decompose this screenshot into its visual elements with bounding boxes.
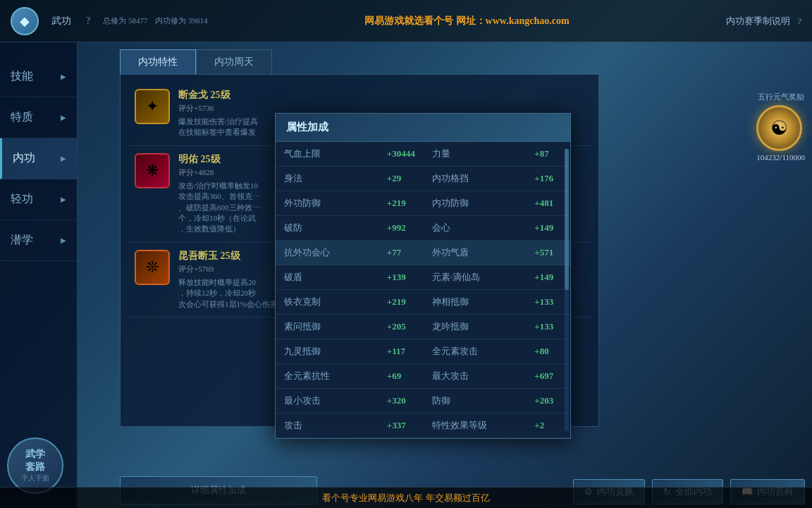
cell-label2: 内功防御 xyxy=(424,191,527,216)
cell-label: 铁衣克制 xyxy=(276,290,379,315)
table-row: 破防 +992 会心 +149 xyxy=(276,216,570,241)
cell-value2: +87 xyxy=(526,142,570,167)
cell-label: 身法 xyxy=(276,167,379,191)
table-row-last: 攻击 +337 特性效果等级 +2 xyxy=(276,413,570,438)
cell-label2: 神相抵御 xyxy=(424,290,527,315)
sidebar-item-jineng[interactable]: 技能 ▶ xyxy=(0,56,77,97)
promo-text: 网易游戏就选看个号 网址：www.kangchao.com xyxy=(207,15,726,28)
cell-value2: +133 xyxy=(526,315,570,339)
sidebar-item-neigong[interactable]: 内功 ▶ xyxy=(0,138,77,179)
cell-value2: +481 xyxy=(526,191,570,216)
sidebar-item-qianxue[interactable]: 潜学 ▶ xyxy=(0,220,77,261)
inner-stat: 内功修为 39814 xyxy=(155,16,207,25)
arrow-icon-2: ▶ xyxy=(61,155,66,162)
cell-label2: 最大攻击 xyxy=(424,364,527,389)
table-row: 素问抵御 +205 龙吟抵御 +133 xyxy=(276,315,570,339)
top-bar: ◆ 武功 ? 总修为 58477 内功修为 39814 网易游戏就选看个号 网址… xyxy=(0,0,812,42)
skill-icon-0: ✦ xyxy=(135,89,170,124)
cell-label: 气血上限 xyxy=(276,142,379,167)
wuxue-line3: 千人千面 xyxy=(21,473,49,483)
cell-value2: +80 xyxy=(526,339,570,364)
cell-value: +992 xyxy=(379,216,424,241)
skill-icon-2: ❊ xyxy=(135,250,170,285)
season-label[interactable]: 内功赛季制说明 xyxy=(726,15,790,28)
bottom-ticker: 看个号专业网易游戏八年 年交易额过百亿 xyxy=(0,487,812,508)
reward-progress: 104232/110000 xyxy=(756,153,805,162)
cell-value2: +697 xyxy=(526,364,570,389)
popup-title: 属性加成 xyxy=(276,114,570,142)
cell-label2: 力量 xyxy=(424,142,527,167)
cell-label2: 内功格挡 xyxy=(424,167,527,191)
cell-label2: 元素·滴仙岛 xyxy=(424,265,527,290)
cell-value2: +133 xyxy=(526,290,570,315)
cell-value: +30444 xyxy=(379,142,424,167)
cell-value2: +571 xyxy=(526,241,570,265)
cell-value2: +2 xyxy=(526,413,570,438)
arrow-icon-3: ▶ xyxy=(61,195,66,203)
cell-value: +69 xyxy=(379,364,424,389)
season-help-icon[interactable]: ? xyxy=(797,16,801,27)
cell-value: +320 xyxy=(379,389,424,413)
wuxue-badge[interactable]: 武学 套路 千人千面 xyxy=(7,437,63,494)
logo-icon[interactable]: ◆ xyxy=(11,7,39,35)
cell-label: 九灵抵御 xyxy=(276,339,379,364)
table-row: 铁衣克制 +219 神相抵御 +133 xyxy=(276,290,570,315)
cell-label: 破防 xyxy=(276,216,379,241)
table-row: 破盾 +139 元素·滴仙岛 +149 xyxy=(276,265,570,290)
cell-value: +219 xyxy=(379,191,424,216)
cell-value2: +176 xyxy=(526,167,570,191)
sidebar: 技能 ▶ 特质 ▶ 内功 ▶ 轻功 ▶ 潜学 ▶ 武学 套路 千人千面 xyxy=(0,42,78,508)
wuxue-line1: 武学 xyxy=(25,448,45,461)
cell-label: 素问抵御 xyxy=(276,315,379,339)
qinggong-label: 轻功 xyxy=(11,192,33,207)
wuxue-line2: 套路 xyxy=(25,461,45,473)
arrow-icon-0: ▶ xyxy=(61,73,66,80)
scrollbar[interactable] xyxy=(565,149,569,431)
cell-value: +29 xyxy=(379,167,424,191)
scroll-thumb[interactable] xyxy=(565,149,569,290)
table-row: 九灵抵御 +117 全元素攻击 +80 xyxy=(276,339,570,364)
top-nav: 武功 ? xyxy=(46,12,96,30)
table-row: 身法 +29 内功格挡 +176 xyxy=(276,167,570,191)
tab-neigong-zhoutian[interactable]: 内功周天 xyxy=(196,49,272,74)
cell-value: +205 xyxy=(379,315,424,339)
cell-value: +139 xyxy=(379,265,424,290)
tezhi-label: 特质 xyxy=(11,110,33,125)
jineng-label: 技能 xyxy=(11,69,33,84)
cell-value: +117 xyxy=(379,339,424,364)
popup-table: 气血上限 +30444 力量 +87 身法 +29 内功格挡 +176 外功防御… xyxy=(276,142,570,438)
cell-label2: 特性效果等级 xyxy=(424,413,527,438)
table-row-highlighted: 抗外功会心 +77 外功气盾 +571 xyxy=(276,241,570,265)
cell-label2: 防御 xyxy=(424,389,527,413)
sidebar-item-qinggong[interactable]: 轻功 ▶ xyxy=(0,179,77,220)
cell-label2: 外功气盾 xyxy=(424,241,527,265)
ticker-text: 看个号专业网易游戏八年 年交易额过百亿 xyxy=(322,492,489,504)
cell-label: 外功防御 xyxy=(276,191,379,216)
arrow-icon-4: ▶ xyxy=(61,236,66,244)
total-stat: 总修为 58477 xyxy=(103,16,147,25)
cell-value2: +149 xyxy=(526,216,570,241)
cell-label2: 全元素攻击 xyxy=(424,339,527,364)
tabs: 内功特性 内功周天 xyxy=(120,49,599,74)
cell-value: +77 xyxy=(379,241,424,265)
sidebar-item-tezhi[interactable]: 特质 ▶ xyxy=(0,97,77,138)
skill-rating-0: 评分+5736 xyxy=(178,103,584,114)
skill-icon-1: ❋ xyxy=(135,153,170,188)
qianxue-label: 潜学 xyxy=(11,233,33,248)
tab-neigong-tese[interactable]: 内功特性 xyxy=(120,49,196,74)
arrow-icon-1: ▶ xyxy=(61,114,66,121)
neigong-label: 内功 xyxy=(13,151,35,166)
reward-label: 五行元气奖励 xyxy=(756,92,805,102)
reward-orb[interactable]: ☯ xyxy=(756,105,802,151)
cell-label: 攻击 xyxy=(276,413,379,438)
reward-icon: ☯ xyxy=(770,116,788,140)
wugong-nav[interactable]: 武功 xyxy=(46,12,77,30)
stats-display: 总修为 58477 内功修为 39814 xyxy=(103,16,207,26)
table-row: 全元素抗性 +69 最大攻击 +697 xyxy=(276,364,570,389)
help-icon[interactable]: ? xyxy=(80,13,96,30)
attribute-popup: 属性加成 气血上限 +30444 力量 +87 身法 +29 内功格挡 +176… xyxy=(275,113,571,439)
table-row: 最小攻击 +320 防御 +203 xyxy=(276,389,570,413)
cell-label: 全元素抗性 xyxy=(276,364,379,389)
cell-label2: 会心 xyxy=(424,216,527,241)
main-content: 五行元气奖励 ☯ 104232/110000 内功特性 内功周天 ✦ 断金戈 2… xyxy=(78,42,812,508)
